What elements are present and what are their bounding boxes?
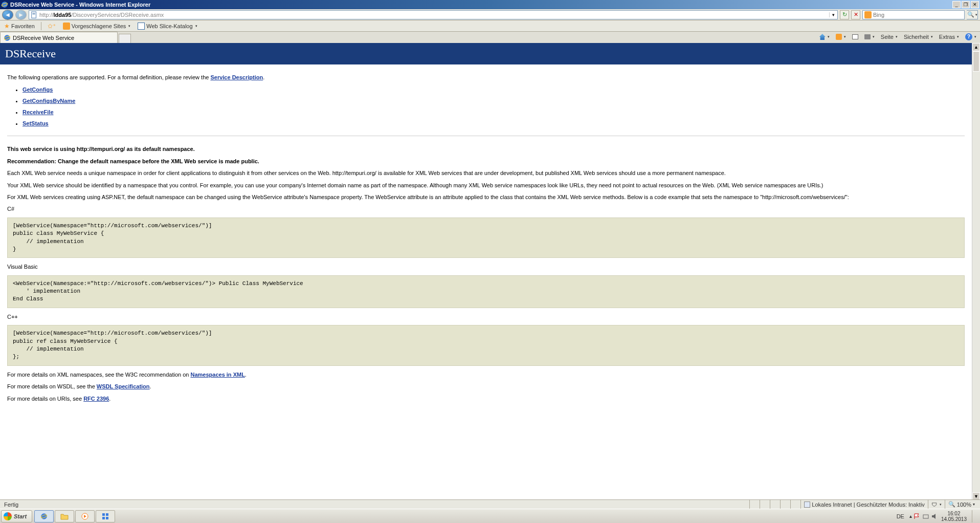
address-dropdown[interactable]: ▾ [829, 12, 837, 17]
page-icon [138, 23, 145, 30]
url-path: /DiscoveryServices/DSReceive.asmx [71, 12, 164, 18]
star-plus-icon: ✩⁺ [48, 23, 56, 30]
page-viewport[interactable]: DSReceive The following operations are s… [0, 43, 972, 500]
status-bar: Fertig Lokales Intranet | Geschützter Mo… [0, 499, 980, 509]
namespace-heading: This web service is using http://tempuri… [7, 145, 965, 153]
svg-rect-11 [106, 513, 108, 516]
code-label-cs: C# [7, 205, 965, 213]
operations-list: GetConfigs GetConfigsByName ReceiveFile … [23, 86, 965, 126]
chevron-down-icon: ▾ [195, 24, 197, 28]
folder-icon [60, 513, 69, 520]
favorites-button[interactable]: ★Favoriten [2, 22, 37, 30]
svg-rect-13 [106, 517, 108, 519]
taskbar-ie-button[interactable] [34, 510, 54, 522]
taskbar-app-button[interactable] [96, 510, 115, 522]
url-host: ldda95 [54, 12, 72, 18]
network-icon[interactable] [922, 513, 929, 520]
op-link-setstatus[interactable]: SetStatus [23, 120, 49, 126]
op-link-getconfigs[interactable]: GetConfigs [23, 86, 53, 93]
home-button[interactable]: ▾ [818, 33, 831, 40]
tab-active[interactable]: DSReceive Web Service [0, 32, 118, 43]
favorites-bar: ★Favoriten ✩⁺ Vorgeschlagene Sites▾ Web … [0, 20, 980, 32]
service-description-link[interactable]: Service Description [210, 74, 263, 80]
star-icon: ★ [4, 23, 10, 30]
taskbar-explorer-button[interactable] [55, 510, 74, 522]
add-favorite-button[interactable]: ✩⁺ [46, 22, 58, 30]
divider [7, 136, 965, 136]
tray-expand-icon[interactable]: ▴ [909, 513, 912, 519]
search-box[interactable] [862, 10, 965, 19]
wsdl-spec-link[interactable]: WSDL Specification [97, 383, 150, 389]
address-bar[interactable]: http://ldda95/DiscoveryServices/DSReceiv… [29, 10, 838, 19]
system-tray: DE ▴ 16:02 14.05.2013 [892, 510, 979, 522]
print-button[interactable]: ▾ [863, 34, 876, 40]
search-go-button[interactable]: 🔍▾ [967, 10, 978, 19]
tab-bar: DSReceive Web Service ▾ ▾ ▾ Seite▾ Siche… [0, 32, 980, 43]
show-desktop-button[interactable] [972, 510, 976, 522]
svg-rect-2 [32, 11, 36, 17]
windows-icon [4, 512, 12, 520]
svg-rect-14 [923, 515, 928, 518]
feeds-button[interactable]: ▾ [834, 33, 848, 40]
svg-rect-3 [33, 13, 35, 13]
vertical-scrollbar[interactable]: ▲ ▼ [972, 43, 980, 500]
taskbar: Start DE ▴ 16:02 14.05.2013 [0, 509, 980, 523]
webslice-link[interactable]: Web Slice-Katalog▾ [136, 22, 199, 30]
code-block-cpp: [WebService(Namespace="http://microsoft.… [7, 325, 965, 366]
ie-icon [40, 513, 48, 520]
tab-label: DSReceive Web Service [13, 35, 74, 41]
code-block-cs: [WebService(Namespace="http://microsoft.… [7, 217, 965, 258]
content-area: DSReceive The following operations are s… [0, 43, 980, 509]
help-button[interactable]: ?▾ [964, 33, 978, 41]
ie-icon [4, 34, 11, 41]
list-item: ReceiveFile [23, 109, 965, 115]
page-menu[interactable]: Seite▾ [879, 33, 899, 40]
status-text: Fertig [2, 502, 20, 508]
code-label-cpp: C++ [7, 313, 965, 321]
zoom-control[interactable]: 🔍 100% [945, 500, 978, 509]
clock[interactable]: 16:02 14.05.2013 [941, 511, 967, 522]
flag-icon[interactable] [914, 513, 921, 520]
protected-mode-toggle[interactable]: 🛡▾ [928, 500, 945, 509]
rfc2396-link[interactable]: RFC 2396 [83, 396, 109, 402]
svg-rect-12 [102, 517, 105, 519]
print-icon [864, 34, 871, 39]
list-item: SetStatus [23, 120, 965, 126]
taskbar-media-button[interactable] [75, 510, 95, 522]
ie-icon [1, 1, 8, 8]
start-button[interactable]: Start [1, 510, 32, 522]
grid-icon [102, 513, 109, 520]
safety-menu[interactable]: Sicherheit▾ [902, 33, 934, 40]
navigation-bar: ◄ ► http://ldda95/DiscoveryServices/DSRe… [0, 9, 980, 20]
home-icon [819, 34, 826, 40]
intro-text: The following operations are supported. … [7, 74, 965, 81]
tools-menu[interactable]: Extras▾ [938, 33, 961, 40]
namespaces-xml-link[interactable]: Namespaces in XML [190, 372, 244, 378]
new-tab-button[interactable] [119, 34, 131, 43]
close-button[interactable] [971, 1, 979, 8]
op-link-receivefile[interactable]: ReceiveFile [23, 109, 54, 115]
minimize-button[interactable] [952, 1, 961, 8]
svg-rect-10 [102, 513, 105, 516]
language-indicator[interactable]: DE [895, 513, 906, 519]
maximize-button[interactable] [962, 1, 970, 8]
status-panel [790, 500, 800, 509]
scroll-up-button[interactable]: ▲ [972, 43, 980, 51]
url-prefix: http:// [39, 12, 54, 18]
stop-button[interactable]: ✕ [851, 10, 860, 19]
volume-icon[interactable] [931, 513, 938, 520]
recommendation-heading: Recommendation: Change the default names… [7, 158, 965, 165]
address-input[interactable] [164, 11, 829, 19]
op-link-getconfigsbyname[interactable]: GetConfigsByName [23, 98, 75, 104]
chevron-down-icon: ▾ [128, 24, 130, 28]
zone-icon [804, 502, 810, 508]
security-zone[interactable]: Lokales Intranet | Geschützter Modus: In… [800, 500, 928, 509]
refresh-button[interactable]: ↻ [840, 10, 849, 19]
scroll-thumb[interactable] [973, 51, 979, 72]
suggested-sites-link[interactable]: Vorgeschlagene Sites▾ [61, 22, 132, 30]
forward-button[interactable]: ► [15, 10, 27, 20]
mail-button[interactable] [851, 34, 860, 40]
back-button[interactable]: ◄ [2, 10, 13, 20]
search-input[interactable] [873, 12, 964, 18]
status-panel [760, 500, 770, 509]
